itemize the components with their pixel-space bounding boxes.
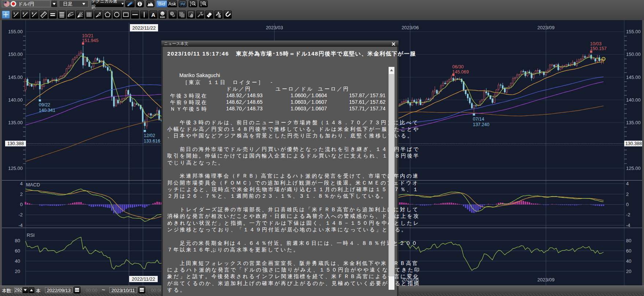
svg-text:135.00: 135.00 xyxy=(8,120,23,125)
svg-text:140.341: 140.341 xyxy=(39,108,55,113)
svg-text:155.00: 155.00 xyxy=(626,29,641,34)
svg-text:40: 40 xyxy=(15,258,20,264)
svg-text:150.157: 150.157 xyxy=(590,46,607,51)
svg-text:130.388: 130.388 xyxy=(625,141,642,146)
svg-text:2: 2 xyxy=(23,12,25,15)
svg-text:1: 1 xyxy=(14,12,15,15)
svg-text:2023/09: 2023/09 xyxy=(538,25,555,30)
svg-text:3: 3 xyxy=(32,12,34,15)
svg-text:-4: -4 xyxy=(18,223,23,228)
svg-text:80: 80 xyxy=(15,238,20,243)
svg-text:130.388: 130.388 xyxy=(7,141,24,146)
svg-text:07/14: 07/14 xyxy=(473,117,484,122)
svg-text:0: 0 xyxy=(626,202,629,207)
svg-text:145.00: 145.00 xyxy=(626,75,641,80)
svg-text:135.00: 135.00 xyxy=(626,120,641,125)
svg-text:-2: -2 xyxy=(626,212,630,217)
svg-text:10/03: 10/03 xyxy=(590,41,602,46)
svg-text:20: 20 xyxy=(15,269,20,274)
svg-text:2023/09: 2023/09 xyxy=(538,277,555,282)
svg-text:MACD: MACD xyxy=(26,182,40,187)
svg-text:140.00: 140.00 xyxy=(8,97,23,103)
svg-text:80: 80 xyxy=(626,238,631,243)
svg-text:2: 2 xyxy=(626,191,629,197)
svg-text:2022/11/22: 2022/11/22 xyxy=(132,25,156,31)
svg-text:40: 40 xyxy=(626,258,631,264)
svg-text:133.616: 133.616 xyxy=(144,138,160,144)
svg-text:60: 60 xyxy=(626,248,631,254)
svg-text:2: 2 xyxy=(20,191,23,197)
svg-text:140.00: 140.00 xyxy=(626,97,641,103)
svg-text:RSI: RSI xyxy=(27,232,35,238)
svg-text:2022/11/22: 2022/11/22 xyxy=(132,276,155,282)
svg-text:125.00: 125.00 xyxy=(8,166,23,171)
svg-text:125.00: 125.00 xyxy=(626,166,641,171)
svg-text:4: 4 xyxy=(20,181,23,186)
svg-text:icon: icon xyxy=(160,16,165,18)
svg-text:12/02: 12/02 xyxy=(144,133,155,138)
svg-text:20: 20 xyxy=(626,269,631,274)
svg-text:-4: -4 xyxy=(626,223,630,228)
svg-text:155.00: 155.00 xyxy=(8,29,23,34)
svg-text:60: 60 xyxy=(15,248,20,254)
svg-text:09/22: 09/22 xyxy=(39,102,50,107)
svg-text:150.00: 150.00 xyxy=(8,52,23,57)
svg-text:06/30: 06/30 xyxy=(452,64,464,69)
svg-text:-2: -2 xyxy=(18,212,23,217)
svg-text:4: 4 xyxy=(626,181,629,186)
svg-text:A: A xyxy=(151,12,156,18)
svg-text:0: 0 xyxy=(20,202,23,207)
svg-text:2023/03: 2023/03 xyxy=(266,25,283,30)
svg-text:2023/06: 2023/06 xyxy=(401,25,419,30)
svg-text:10/21: 10/21 xyxy=(82,33,93,38)
svg-text:151.945: 151.945 xyxy=(82,38,98,43)
svg-text:150.00: 150.00 xyxy=(626,52,641,57)
svg-text:145.00: 145.00 xyxy=(8,75,23,80)
svg-text:145.069: 145.069 xyxy=(452,69,469,75)
svg-text:137.240: 137.240 xyxy=(473,122,489,127)
